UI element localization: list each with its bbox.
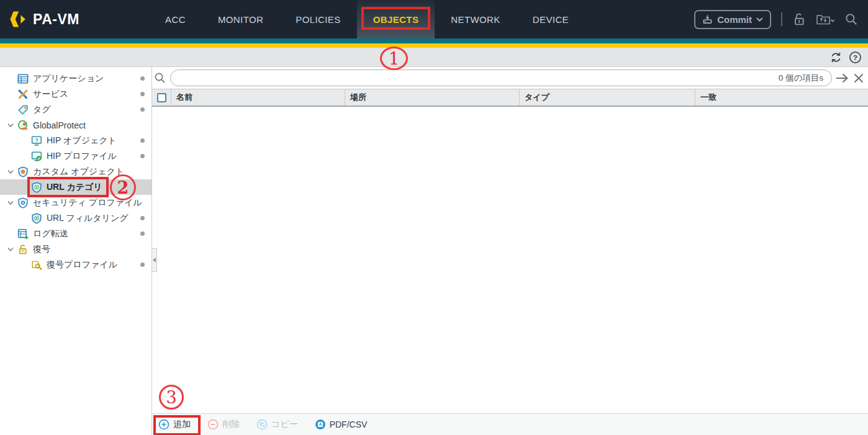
sidebar-item-tags[interactable]: タグ: [0, 102, 151, 117]
sidebar-item-url-filtering[interactable]: URL フィルタリング: [0, 210, 151, 226]
sidebar-item-decryption-profile[interactable]: 復号プロファイル: [0, 257, 151, 272]
brand: PA-VM: [0, 0, 124, 38]
tab-monitor[interactable]: MONITOR: [202, 0, 279, 38]
main-panel: 0 個の項目s 名前: [152, 67, 868, 435]
nav-divider: [781, 12, 782, 26]
pa-vm-webui: PA-VM ACC MONITOR POLICIES OBJECTS NETWO…: [0, 0, 868, 435]
delete-button: 削除: [207, 419, 240, 430]
main-tabs: ACC MONITOR POLICIES OBJECTS NETWORK DEV…: [149, 0, 585, 38]
global-search-icon[interactable]: [844, 12, 858, 26]
svg-text:A: A: [319, 422, 322, 426]
services-icon: [17, 89, 29, 100]
security-profiles-shield-icon: [17, 197, 29, 209]
hip-object-icon: ?: [31, 135, 42, 146]
object-tree-sidebar: アプリケーション サービス: [0, 67, 152, 435]
sidebar-item-hip-profiles[interactable]: HIP プロファイル: [0, 148, 151, 164]
sidebar-item-log-forwarding[interactable]: ログ転送: [0, 226, 151, 241]
tab-network[interactable]: NETWORK: [435, 0, 516, 38]
column-header-match[interactable]: 一致: [695, 89, 868, 105]
column-header-type[interactable]: タイプ: [519, 89, 695, 105]
svg-text:?: ?: [853, 53, 857, 61]
filter-input[interactable]: [179, 73, 779, 83]
top-nav: PA-VM ACC MONITOR POLICIES OBJECTS NETWO…: [0, 0, 868, 38]
item-dot: [140, 92, 145, 96]
filter-pill: 0 個の項目s: [170, 70, 832, 86]
sidebar-item-label: HIP プロファイル: [47, 151, 117, 162]
config-transfer-folder-icon[interactable]: [816, 12, 834, 26]
tab-device[interactable]: DEVICE: [517, 0, 585, 38]
tag-icon: [17, 104, 29, 115]
url-category-shield-icon: [31, 182, 42, 193]
sidebar-item-label: カスタム オブジェクト: [33, 166, 124, 177]
add-label: 追加: [173, 419, 191, 430]
sidebar-collapse-handle[interactable]: [152, 248, 157, 272]
url-filtering-shield-icon: [31, 213, 42, 224]
chevron-down-icon[interactable]: [4, 200, 17, 205]
sidebar-item-label: ログ転送: [33, 228, 68, 240]
hip-profile-icon: [31, 151, 42, 162]
help-icon[interactable]: ?: [849, 51, 862, 64]
app-title: PA-VM: [33, 11, 79, 28]
item-dot: [140, 154, 145, 158]
sidebar-item-custom-objects[interactable]: カスタム オブジェクト: [0, 164, 151, 179]
column-header-name[interactable]: 名前: [171, 89, 345, 105]
column-header-location[interactable]: 場所: [345, 89, 519, 105]
commit-button[interactable]: Commit: [694, 10, 771, 29]
filter-row: 0 個の項目s: [152, 67, 868, 89]
select-all-checkbox[interactable]: [157, 93, 166, 102]
sidebar-item-label: タグ: [33, 104, 51, 115]
table-header-row: 名前 場所 タイプ 一致: [152, 89, 868, 107]
applications-icon: [17, 73, 29, 84]
search-icon: [153, 72, 167, 84]
action-bar: 追加 削除: [152, 413, 868, 435]
tab-policies[interactable]: POLICIES: [279, 0, 356, 38]
clone-label: コピー: [271, 419, 298, 430]
sidebar-item-label: 復号プロファイル: [47, 259, 117, 271]
delete-label: 削除: [222, 419, 240, 430]
clone-button: コピー: [256, 419, 298, 430]
yellow-accent-stripe: [0, 43, 868, 48]
chevron-down-icon: [756, 17, 763, 22]
sidebar-item-label: URL フィルタリング: [47, 213, 129, 224]
log-forwarding-icon: [17, 228, 29, 240]
clear-filter-x-icon[interactable]: [852, 73, 866, 84]
apply-filter-arrow-icon[interactable]: [835, 73, 849, 84]
item-dot: [140, 76, 145, 81]
pdf-export-icon: A: [315, 419, 326, 430]
sidebar-item-label: HIP オブジェクト: [47, 135, 117, 146]
chevron-down-icon[interactable]: [4, 247, 17, 252]
pdf-csv-button[interactable]: A PDF/CSV: [315, 419, 368, 430]
sidebar-item-label: セキュリティ プロファイル: [33, 197, 142, 209]
sidebar-item-globalprotect[interactable]: GlobalProtect: [0, 117, 151, 133]
palo-alto-logo-icon: [9, 10, 27, 29]
sidebar-item-label: GlobalProtect: [33, 120, 86, 130]
sidebar-item-hip-objects[interactable]: ? HIP オブジェクト: [0, 133, 151, 148]
copy-circle-icon: [256, 419, 268, 430]
item-dot: [140, 216, 145, 220]
chevron-down-icon[interactable]: [4, 169, 17, 174]
sidebar-item-url-category[interactable]: URL カテゴリ 2: [0, 179, 151, 195]
commit-push-icon: [702, 14, 713, 24]
add-button[interactable]: 追加: [158, 419, 191, 430]
item-count-label: 0 個の項目s: [779, 73, 823, 84]
sidebar-item-label: URL カテゴリ: [47, 182, 102, 193]
secondary-toolbar: ?: [0, 48, 868, 67]
chevron-down-icon[interactable]: [4, 123, 17, 128]
plus-circle-icon: [158, 419, 170, 430]
unlocked-padlock-icon[interactable]: [792, 12, 806, 27]
sidebar-item-decryption[interactable]: 復号: [0, 241, 151, 257]
teal-accent-stripe: [0, 38, 868, 43]
tab-objects[interactable]: OBJECTS: [357, 0, 435, 38]
sidebar-item-services[interactable]: サービス: [0, 86, 151, 102]
refresh-icon[interactable]: [830, 51, 843, 64]
svg-text:?: ?: [35, 137, 38, 143]
custom-objects-shield-icon: [17, 166, 29, 177]
sidebar-item-applications[interactable]: アプリケーション: [0, 71, 151, 86]
content-area: アプリケーション サービス: [0, 67, 868, 435]
sidebar-item-security-profiles[interactable]: セキュリティ プロファイル: [0, 195, 151, 210]
sidebar-item-label: アプリケーション: [33, 73, 104, 84]
tab-acc[interactable]: ACC: [149, 0, 202, 38]
item-dot: [140, 262, 145, 267]
nav-right-controls: Commit: [694, 0, 868, 38]
sidebar-item-label: 復号: [33, 244, 50, 255]
